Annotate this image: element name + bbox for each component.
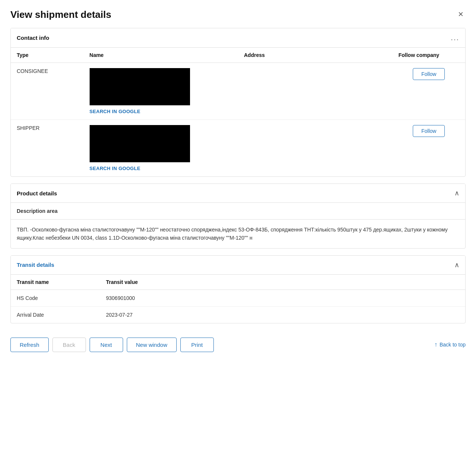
page-title: View shipment details <box>10 9 111 20</box>
col-header-type: Type <box>11 48 84 63</box>
arrival-date-value: 2023-07-27 <box>100 306 465 323</box>
description-area-label: Description area <box>11 203 465 220</box>
table-row: SHIPPER SEARCH IN GOOGLE Follow <box>11 120 465 177</box>
back-button[interactable]: Back <box>52 338 86 352</box>
modal-container: View shipment details × Contact info ...… <box>0 0 476 361</box>
next-button[interactable]: Next <box>90 338 123 352</box>
contact-info-table: Type Name Address Follow company CONSIGN… <box>11 48 465 176</box>
consignee-follow-cell: Follow <box>392 63 465 120</box>
transit-details-table: Transit name Transit value HS Code 93069… <box>11 275 465 323</box>
col-header-address: Address <box>238 48 392 63</box>
product-details-section: Product details ∧ Description area ТВП. … <box>10 183 466 249</box>
back-to-top[interactable]: ↑ Back to top <box>434 341 466 348</box>
arrival-date-label: Arrival Date <box>11 306 100 323</box>
close-button[interactable]: × <box>456 9 466 19</box>
consignee-search-google[interactable]: SEARCH IN GOOGLE <box>90 109 141 114</box>
contact-info-section: Contact info ... Type Name Address Follo… <box>10 28 466 177</box>
transit-col-value: Transit value <box>100 275 465 290</box>
consignee-type: CONSIGNEE <box>11 63 84 120</box>
contact-info-dots[interactable]: ... <box>451 33 459 42</box>
modal-header: View shipment details × <box>10 9 466 20</box>
footer-buttons: Refresh Back Next New window Print <box>10 338 431 352</box>
shipper-address <box>238 120 392 177</box>
back-to-top-arrow-icon: ↑ <box>434 341 437 348</box>
consignee-follow-button[interactable]: Follow <box>413 68 445 80</box>
shipper-search-google[interactable]: SEARCH IN GOOGLE <box>90 166 141 171</box>
back-to-top-label: Back to top <box>440 342 466 348</box>
col-header-name: Name <box>84 48 238 63</box>
refresh-button[interactable]: Refresh <box>10 338 49 352</box>
new-window-button[interactable]: New window <box>127 338 177 352</box>
col-header-follow-company: Follow company <box>392 48 465 63</box>
table-row: Arrival Date 2023-07-27 <box>11 306 465 323</box>
shipper-name-redacted <box>90 125 190 162</box>
table-row: CONSIGNEE SEARCH IN GOOGLE Follow <box>11 63 465 120</box>
shipper-name-cell: SEARCH IN GOOGLE <box>84 120 238 177</box>
product-details-chevron: ∧ <box>454 189 459 197</box>
contact-info-header: Contact info ... <box>11 28 465 48</box>
shipper-follow-button[interactable]: Follow <box>413 125 445 137</box>
contact-info-table-header-row: Type Name Address Follow company <box>11 48 465 63</box>
transit-details-header[interactable]: Transit details ∧ <box>11 256 465 275</box>
transit-table-header-row: Transit name Transit value <box>11 275 465 290</box>
shipper-type: SHIPPER <box>11 120 84 177</box>
consignee-name-cell: SEARCH IN GOOGLE <box>84 63 238 120</box>
footer: Refresh Back Next New window Print ↑ Bac… <box>10 330 466 361</box>
transit-col-name: Transit name <box>11 275 100 290</box>
transit-details-title: Transit details <box>17 262 54 268</box>
contact-info-title: Contact info <box>17 35 49 41</box>
hs-code-label: HS Code <box>11 290 100 306</box>
print-button[interactable]: Print <box>180 338 214 352</box>
product-details-header[interactable]: Product details ∧ <box>11 184 465 203</box>
consignee-name-redacted <box>90 68 190 105</box>
hs-code-value: 9306901000 <box>100 290 465 306</box>
transit-details-chevron: ∧ <box>454 261 459 269</box>
shipper-follow-cell: Follow <box>392 120 465 177</box>
table-row: HS Code 9306901000 <box>11 290 465 306</box>
consignee-address <box>238 63 392 120</box>
transit-details-section: Transit details ∧ Transit name Transit v… <box>10 255 466 323</box>
description-text: ТВП. -Осколково-фугасна міна сталистогоч… <box>11 220 465 248</box>
product-details-title: Product details <box>17 190 57 196</box>
